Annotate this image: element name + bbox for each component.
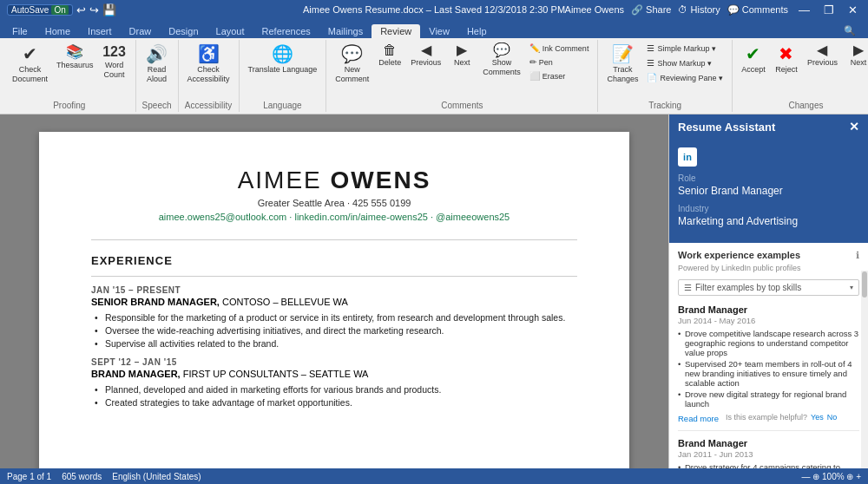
speech-label: Speech <box>142 99 172 110</box>
tab-home[interactable]: Home <box>36 24 79 38</box>
next-comment-button[interactable]: ▶ Next <box>446 42 477 69</box>
current-user: Aimee Owens <box>565 4 624 15</box>
translate-language-button[interactable]: 🌐 Translate Language <box>245 42 321 75</box>
panel-body: Work experience examples ℹ Powered by Li… <box>669 243 868 468</box>
tab-view[interactable]: View <box>420 24 458 38</box>
accept-button[interactable]: ✔ Accept <box>738 42 769 75</box>
check-document-button[interactable]: ✔ CheckDocument <box>9 42 51 86</box>
next-change-button[interactable]: ▶ Next <box>843 42 868 69</box>
panel-close-button[interactable]: ✕ <box>849 120 859 134</box>
show-comments-button[interactable]: 💬 ShowComments <box>479 42 524 79</box>
autosave-state: On <box>51 5 68 15</box>
reviewing-pane-button[interactable]: 📄 Reviewing Pane ▾ <box>643 71 727 84</box>
resume-assistant-panel: Resume Assistant ✕ in Role Senior Brand … <box>668 114 868 468</box>
exp2-bullet-1: Drove strategy for 4 campaigns catering … <box>678 462 859 468</box>
prev-change-button[interactable]: ◀ Previous <box>804 42 841 69</box>
panel-scrollbar-track <box>861 271 868 468</box>
section-divider <box>91 239 577 240</box>
next-change-icon: ▶ <box>853 43 864 57</box>
tab-help[interactable]: Help <box>458 24 496 38</box>
previous-comment-button[interactable]: ◀ Previous <box>407 42 444 69</box>
resume-name: AIMEE OWENS <box>91 167 577 194</box>
section-divider-2 <box>91 276 577 277</box>
show-markup-button[interactable]: ☰ Show Markup ▾ <box>643 56 727 69</box>
minimize-button[interactable]: — <box>795 3 813 16</box>
accessibility-label: Accessibility <box>185 99 232 110</box>
simple-markup-button[interactable]: ☰ Simple Markup ▾ <box>643 42 727 55</box>
zoom-controls[interactable]: — ⊕ 100% ⊕ + <box>801 472 861 481</box>
track-changes-button[interactable]: 📝 TrackChanges <box>603 42 641 86</box>
pen-button[interactable]: ✏ Pen <box>526 56 593 69</box>
delete-comment-button[interactable]: 🗑 Delete <box>374 42 405 69</box>
linkedin-card: in Role Senior Brand Manager Industry Ma… <box>669 139 868 243</box>
tab-search[interactable]: 🔍 <box>835 23 865 38</box>
ribbon-tabs: File Home Insert Draw Design Layout Refe… <box>0 19 868 38</box>
ribbon-group-changes: ✔ Accept ✖ Reject ◀ Previous ▶ Next Chan… <box>733 40 868 112</box>
restore-button[interactable]: ❐ <box>820 3 838 16</box>
ribbon: ✔ CheckDocument 📚 Thesaurus 123 WordCoun… <box>0 38 868 114</box>
info-icon: ℹ <box>856 250 859 261</box>
title-bar-left: AutoSave On ↩ ↪ 💾 <box>7 3 116 16</box>
resume-links: aimee.owens25@outlook.com · linkedin.com… <box>91 212 577 222</box>
main-area: AIMEE OWENS Greater Seattle Area · 425 5… <box>0 114 868 468</box>
thesaurus-button[interactable]: 📚 Thesaurus <box>53 42 97 71</box>
job1-bullet-2: Oversee the wide-reaching advertising in… <box>105 325 577 336</box>
tab-design[interactable]: Design <box>160 24 207 38</box>
filter-bar[interactable]: ☰ Filter examples by top skills ▾ <box>678 279 859 296</box>
exp1-read-more[interactable]: Read more <box>678 414 719 423</box>
check-accessibility-button[interactable]: ♿ CheckAccessibility <box>184 42 233 86</box>
document: AIMEE OWENS Greater Seattle Area · 425 5… <box>39 132 629 468</box>
exp1-yes-button[interactable]: Yes <box>811 413 824 422</box>
autosave-label: AutoSave <box>11 5 49 15</box>
autosave-badge[interactable]: AutoSave On <box>7 4 73 16</box>
experience-card-1: Brand Manager Jun 2014 - May 2016 Drove … <box>678 304 859 431</box>
title-bar: AutoSave On ↩ ↪ 💾 Aimee Owens Resume.doc… <box>0 0 868 19</box>
new-comment-button[interactable]: 💬 NewComment <box>332 42 372 86</box>
tracking-label: Tracking <box>648 99 681 110</box>
ribbon-group-speech: 🔊 ReadAloud Speech <box>136 40 179 112</box>
panel-scrollbar-thumb[interactable] <box>862 271 867 298</box>
reject-button[interactable]: ✖ Reject <box>771 42 802 75</box>
word-count-button[interactable]: 123 WordCount <box>99 42 130 82</box>
filter-icon: ☰ <box>684 283 692 292</box>
job1-date: JAN '15 – PRESENT <box>91 285 577 295</box>
tab-review[interactable]: Review <box>372 24 420 38</box>
panel-header: Resume Assistant ✕ <box>669 114 868 139</box>
comments-button[interactable]: 💬 Comments <box>727 4 788 16</box>
job2-title: BRAND MANAGER, FIRST UP CONSULTANTS – SE… <box>91 369 577 379</box>
share-button[interactable]: 🔗 Share <box>631 4 671 16</box>
exp1-no-button[interactable]: No <box>827 413 838 422</box>
translate-icon: 🌐 <box>272 43 293 64</box>
job2-bullet-2: Created strategies to take advantage of … <box>105 397 577 408</box>
prev-change-icon: ◀ <box>817 43 827 57</box>
exp1-bullet-2: Supervised 20+ team members in roll-out … <box>678 359 859 388</box>
tab-file[interactable]: File <box>3 24 36 38</box>
read-aloud-button[interactable]: 🔊 ReadAloud <box>141 42 173 86</box>
tab-references[interactable]: References <box>253 24 319 38</box>
undo-icon[interactable]: ↩ <box>76 3 86 16</box>
tab-mailings[interactable]: Mailings <box>319 24 372 38</box>
ribbon-group-comments: 💬 NewComment 🗑 Delete ◀ Previous ▶ Next … <box>326 40 598 112</box>
tab-layout[interactable]: Layout <box>207 24 253 38</box>
reject-icon: ✖ <box>779 43 793 64</box>
ink-comment-button[interactable]: ✏️ Ink Comment <box>526 42 593 55</box>
history-button[interactable]: ⏱ History <box>678 4 720 15</box>
save-icon[interactable]: 💾 <box>102 3 116 16</box>
words-status: 605 words <box>62 472 102 481</box>
title-bar-right: Aimee Owens 🔗 Share ⏱ History 💬 Comments… <box>565 3 861 16</box>
tab-insert[interactable]: Insert <box>79 24 121 38</box>
close-button[interactable]: ✕ <box>845 3 861 16</box>
exp1-dates: Jun 2014 - May 2016 <box>678 316 859 325</box>
proofing-label: Proofing <box>53 99 85 110</box>
exp2-title: Brand Manager <box>678 438 859 448</box>
accessibility-icon: ♿ <box>198 43 220 64</box>
redo-icon[interactable]: ↪ <box>89 3 99 16</box>
role-label: Role <box>678 173 859 183</box>
eraser-button[interactable]: ⬜ Eraser <box>526 69 593 82</box>
word-count-icon: 123 <box>102 43 126 60</box>
tab-draw[interactable]: Draw <box>121 24 161 38</box>
experience-title: EXPERIENCE <box>91 254 577 267</box>
job1-bullet-3: Supervise all activities related to the … <box>105 338 577 349</box>
document-area[interactable]: AIMEE OWENS Greater Seattle Area · 425 5… <box>0 114 668 468</box>
industry-label: Industry <box>678 204 859 213</box>
